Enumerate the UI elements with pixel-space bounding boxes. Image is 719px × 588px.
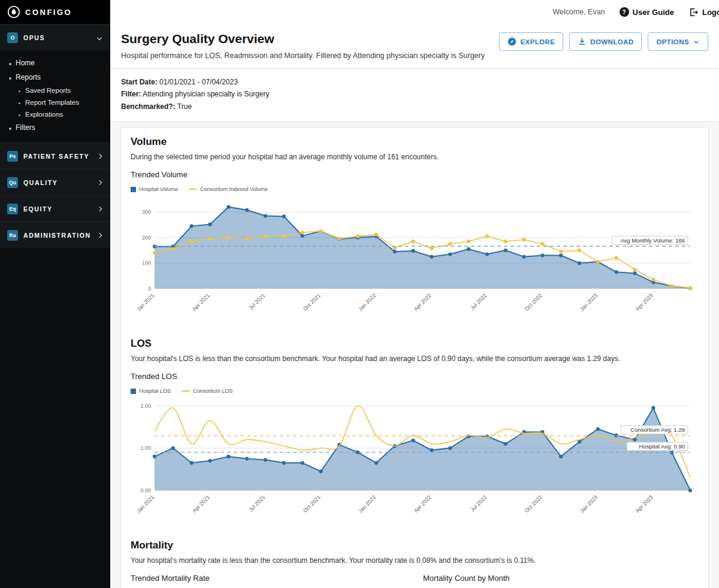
- administration-icon: Ra: [7, 230, 18, 241]
- topbar: Welcome, Evan ? User Guide Logout: [110, 0, 719, 24]
- legend-swatch: [131, 389, 136, 394]
- header-actions: EXPLORE DOWNLOAD OPTIONS: [499, 32, 708, 51]
- volume-section: Volume During the selected time period y…: [131, 136, 699, 320]
- brand-name: CONFIGO: [25, 8, 72, 17]
- svg-text:Jan 2022: Jan 2022: [357, 293, 377, 313]
- report-meta: Start Date: 01/01/2021 - 07/04/2023 Filt…: [110, 69, 719, 122]
- svg-text:Jul 2021: Jul 2021: [247, 293, 266, 311]
- volume-svg: 0100200300Jan 2021Apr 2021Jul 2021Oct 20…: [131, 195, 699, 317]
- sidebar-item-report-templates[interactable]: Report Templates: [0, 96, 110, 108]
- svg-text:Apr 2022: Apr 2022: [413, 293, 433, 313]
- sidebar-item-reports[interactable]: Reports: [0, 70, 110, 84]
- sidebar: CONFIGO O OPUS Home Reports Saved Report…: [0, 0, 110, 588]
- los-legend: Hospital LOSConsortium LOS: [131, 388, 699, 394]
- meta-filter: Filter: Attending physician specialty is…: [121, 88, 708, 100]
- volume-legend: Hospital VolumeConsortium Indexed Volume: [131, 186, 699, 192]
- chevron-down-icon: [693, 38, 700, 46]
- equity-icon: Eq: [7, 204, 18, 214]
- sidebar-item-home[interactable]: Home: [0, 56, 110, 70]
- svg-text:Apr 2022: Apr 2022: [413, 495, 433, 514]
- meta-start-date: Start Date: 01/01/2021 - 07/04/2023: [121, 76, 708, 88]
- los-description: Your hospital's LOS is less than the con…: [131, 354, 699, 363]
- svg-text:Apr 2021: Apr 2021: [191, 495, 211, 514]
- mortality-rate-column: Trended Mortality Rate Hospital Mortalit…: [131, 565, 406, 588]
- svg-text:Jan 2021: Jan 2021: [135, 495, 155, 514]
- mortality-count-column: Mortality Count by Month Hospital Mortal…: [423, 565, 699, 588]
- svg-text:0: 0: [148, 286, 151, 292]
- svg-text:1.00: 1.00: [140, 445, 151, 451]
- svg-text:Jan 2022: Jan 2022: [357, 495, 377, 514]
- user-guide-link[interactable]: ? User Guide: [620, 7, 674, 17]
- sidebar-section-patient-safety[interactable]: Ps PATIENT SAFETY: [0, 143, 110, 169]
- legend-item: Consortium LOS: [182, 388, 233, 394]
- svg-text:300: 300: [142, 209, 151, 215]
- page-header: Surgery Quality Overview Hospital perfor…: [110, 24, 719, 68]
- mortality-description: Your hospital's mortality rate is less t…: [131, 556, 699, 565]
- los-section: LOS Your hospital's LOS is less than the…: [131, 338, 699, 522]
- explore-button[interactable]: EXPLORE: [499, 32, 563, 51]
- download-icon: [578, 37, 587, 46]
- main-area: Welcome, Evan ? User Guide Logout Surger…: [110, 0, 719, 588]
- svg-text:2.00: 2.00: [140, 403, 151, 409]
- svg-text:Jul 2021: Jul 2021: [247, 495, 266, 513]
- explore-icon: [507, 37, 516, 46]
- chevron-right-icon: [97, 232, 102, 237]
- logout-link[interactable]: Logout: [688, 7, 719, 17]
- legend-swatch: [131, 187, 136, 192]
- svg-text:Consortium Avg: 1.29: Consortium Avg: 1.29: [630, 427, 685, 434]
- chevron-right-icon: [97, 206, 102, 211]
- legend-swatch: [182, 390, 190, 392]
- los-heading: LOS: [131, 338, 699, 350]
- opus-icon: O: [7, 32, 18, 43]
- welcome-text: Welcome, Evan: [552, 8, 605, 16]
- patient-safety-icon: Ps: [7, 151, 18, 162]
- opus-nav: Home Reports Saved Reports Report Templa…: [0, 50, 110, 143]
- page-subtitle: Hospital performance for LOS, Readmissio…: [121, 51, 485, 60]
- svg-text:Jul 2022: Jul 2022: [469, 293, 488, 311]
- page-title: Surgery Quality Overview: [121, 32, 485, 46]
- chevron-right-icon: [97, 180, 102, 184]
- svg-text:Apr 2023: Apr 2023: [635, 293, 654, 313]
- svg-text:0.00: 0.00: [140, 487, 151, 493]
- svg-text:Oct 2022: Oct 2022: [524, 495, 543, 514]
- sidebar-item-explorations[interactable]: Explorations: [0, 108, 110, 120]
- legend-swatch: [189, 189, 197, 190]
- svg-text:Apr 2023: Apr 2023: [635, 495, 654, 514]
- sidebar-section-equity[interactable]: Eq EQUITY: [0, 195, 110, 222]
- los-svg: 0.001.002.00Jan 2021Apr 2021Jul 2021Oct …: [131, 396, 699, 519]
- sidebar-section-quality[interactable]: Qu QUALITY: [0, 169, 110, 195]
- los-chart: 0.001.002.00Jan 2021Apr 2021Jul 2021Oct …: [131, 396, 699, 522]
- volume-heading: Volume: [131, 136, 699, 148]
- legend-item: Hospital LOS: [131, 388, 171, 394]
- volume-chart-title: Trended Volume: [131, 170, 699, 179]
- svg-text:Oct 2021: Oct 2021: [302, 495, 322, 514]
- sidebar-section-administration[interactable]: Ra ADMINISTRATION: [0, 222, 110, 248]
- svg-text:Jan 2021: Jan 2021: [135, 293, 155, 313]
- mortality-rate-chart-title: Trended Mortality Rate: [131, 574, 406, 583]
- svg-text:Jan 2023: Jan 2023: [579, 495, 599, 514]
- configo-logo-icon: [7, 5, 20, 19]
- svg-text:Jan 2023: Jan 2023: [579, 293, 599, 313]
- svg-text:Jul 2022: Jul 2022: [469, 495, 488, 513]
- volume-chart: 0100200300Jan 2021Apr 2021Jul 2021Oct 20…: [131, 195, 699, 320]
- help-icon: ?: [620, 7, 629, 17]
- legend-item: Consortium Indexed Volume: [189, 186, 268, 192]
- report-body: Volume During the selected time period y…: [110, 122, 719, 588]
- chevron-right-icon: [97, 153, 102, 158]
- chevron-down-icon: [97, 35, 102, 40]
- report-card: Volume During the selected time period y…: [120, 127, 709, 588]
- mortality-heading: Mortality: [131, 539, 699, 551]
- download-button[interactable]: DOWNLOAD: [569, 32, 642, 51]
- configo-logo[interactable]: CONFIGO: [0, 0, 110, 24]
- options-button[interactable]: OPTIONS: [648, 32, 708, 51]
- svg-text:Oct 2021: Oct 2021: [302, 293, 322, 313]
- svg-text:Apr 2021: Apr 2021: [191, 293, 211, 313]
- sidebar-section-opus[interactable]: O OPUS: [0, 24, 110, 50]
- logout-icon: [688, 7, 699, 17]
- los-chart-title: Trended LOS: [131, 372, 699, 381]
- mortality-section: Mortality Your hospital's mortality rate…: [131, 539, 699, 588]
- quality-icon: Qu: [7, 177, 18, 188]
- sidebar-item-filters[interactable]: Filters: [0, 120, 110, 135]
- sidebar-item-saved-reports[interactable]: Saved Reports: [0, 84, 110, 96]
- svg-text:200: 200: [142, 235, 151, 241]
